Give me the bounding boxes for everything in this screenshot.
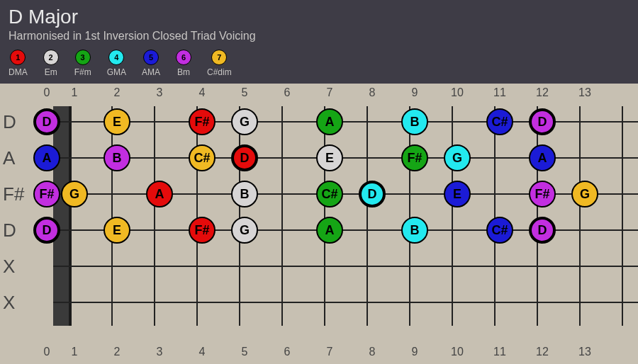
fret-number: 3 — [157, 86, 163, 99]
legend-item-gma: 4GMA — [107, 50, 126, 77]
header: D Major Harmonised in 1st Inversion Clos… — [0, 0, 638, 84]
note-dot: A — [33, 144, 60, 171]
fret-line — [494, 106, 496, 326]
fret-number: 0 — [44, 346, 50, 358]
note-dot: C# — [486, 217, 513, 244]
tuning-label: F# — [3, 183, 24, 205]
fret-number: 8 — [369, 346, 376, 358]
fret-number: 2 — [114, 86, 121, 99]
note-dot: D — [529, 217, 556, 244]
fret-line — [366, 106, 368, 326]
note-dot: A — [316, 108, 343, 135]
fret-number: 13 — [578, 86, 591, 99]
fret-numbers-bottom: 012345678910111213 — [0, 346, 638, 364]
fret-number: 2 — [114, 346, 121, 358]
legend-dot: 7 — [211, 50, 227, 65]
note-dot: F# — [401, 144, 428, 171]
note-dot: A — [146, 181, 173, 207]
note-dot: C# — [486, 108, 513, 135]
legend-label: AMA — [142, 67, 160, 77]
fret-line — [111, 106, 113, 326]
legend-dot: 5 — [143, 50, 159, 65]
note-dot: C# — [189, 144, 216, 171]
fret-line — [622, 106, 623, 326]
legend-dot: 1 — [10, 50, 26, 65]
note-dot: D — [33, 108, 60, 135]
fret-number: 4 — [199, 86, 206, 99]
note-dot: B — [401, 108, 428, 135]
fret-number: 11 — [493, 86, 506, 99]
fret-number: 10 — [451, 346, 464, 358]
fret-number: 12 — [536, 346, 549, 358]
tuning-label: A — [3, 147, 15, 169]
note-dot: E — [316, 144, 343, 171]
fret-number: 9 — [412, 86, 418, 99]
fret-number: 1 — [72, 86, 78, 99]
fret-number: 11 — [493, 346, 506, 358]
legend-item-c#dim: 7C#dim — [207, 50, 232, 77]
fret-line — [281, 106, 283, 326]
legend-label: F#m — [74, 67, 91, 77]
legend-label: Bm — [177, 67, 190, 77]
note-dot: E — [444, 181, 471, 207]
fret-number: 1 — [72, 346, 78, 358]
fret-line — [537, 106, 538, 326]
note-dot: D — [231, 144, 258, 171]
note-dot: B — [231, 181, 258, 207]
note-dot: D — [359, 181, 386, 207]
legend-dot: 4 — [108, 50, 124, 65]
fret-number: 3 — [157, 346, 163, 358]
note-dot: E — [103, 217, 130, 244]
legend-item-bm: 6Bm — [176, 50, 191, 77]
fret-line — [324, 106, 325, 326]
note-dot: D — [529, 108, 556, 135]
note-dot: B — [401, 217, 428, 244]
fret-number: 5 — [242, 346, 248, 358]
legend-item-ama: 5AMA — [142, 50, 160, 77]
nut-edge — [69, 106, 72, 326]
note-dot: C# — [316, 181, 343, 207]
tuning-label: D — [3, 111, 16, 133]
legend-item-em: 2Em — [43, 50, 59, 77]
legend-label: GMA — [107, 67, 126, 77]
legend-item-f#m: 3F#m — [74, 50, 91, 77]
note-dot: D — [33, 217, 60, 244]
page-subtitle: Harmonised in 1st Inversion Closed Triad… — [9, 30, 629, 42]
fret-number: 10 — [451, 86, 464, 99]
note-dot: F# — [189, 217, 216, 244]
note-dot: B — [103, 144, 130, 171]
fret-number: 12 — [536, 86, 549, 99]
legend-dot: 6 — [176, 50, 191, 65]
fret-number: 5 — [242, 86, 248, 99]
legend-dot: 2 — [43, 50, 59, 65]
note-dot: G — [571, 181, 598, 207]
legend-label: C#dim — [207, 67, 232, 77]
note-dot: A — [529, 144, 556, 171]
fret-number: 9 — [412, 346, 418, 358]
note-dot: E — [103, 108, 130, 135]
tuning-label: D — [3, 220, 16, 241]
fret-line — [452, 106, 453, 326]
page-title: D Major — [9, 6, 629, 28]
fret-line — [196, 106, 198, 326]
nut — [53, 106, 69, 326]
fret-number: 13 — [578, 346, 591, 358]
note-dot: A — [316, 217, 343, 244]
fret-number: 7 — [327, 346, 333, 358]
note-dot: G — [231, 108, 258, 135]
fret-line — [154, 106, 155, 326]
note-dot: F# — [33, 181, 60, 207]
tuning-label: X — [3, 292, 15, 314]
fret-number: 6 — [284, 86, 291, 99]
fret-number: 4 — [199, 346, 206, 358]
legend-dot: 3 — [75, 50, 91, 65]
legend-row: 1DMA2Em3F#m4GMA5AMA6Bm7C#dim — [9, 50, 629, 77]
fret-number: 6 — [284, 346, 291, 358]
note-dot: F# — [189, 108, 216, 135]
fret-line — [239, 106, 240, 326]
string-line — [53, 266, 638, 267]
note-dot: G — [61, 181, 88, 207]
note-dot: F# — [529, 181, 556, 207]
legend-item-dma: 1DMA — [9, 50, 28, 77]
note-dot: G — [231, 217, 258, 244]
